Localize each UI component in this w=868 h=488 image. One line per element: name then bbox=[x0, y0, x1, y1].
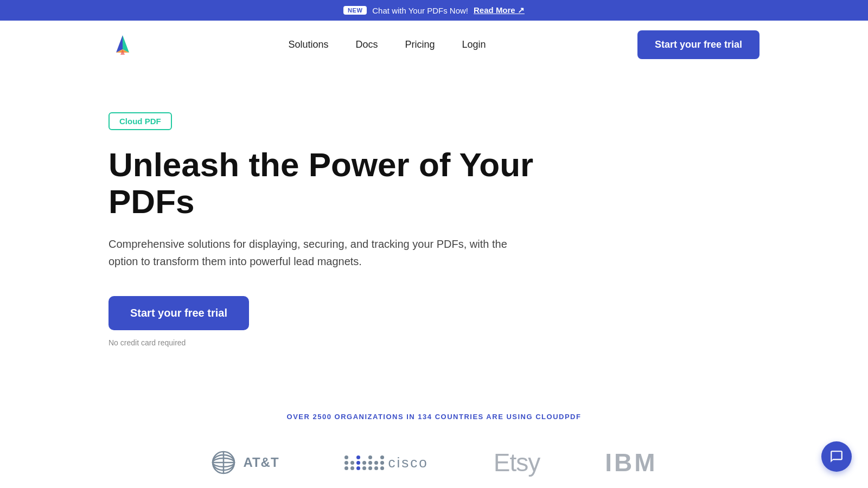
logos-row: AT&T bbox=[108, 448, 760, 477]
hero-description: Comprehensive solutions for displaying, … bbox=[108, 235, 532, 270]
social-proof-section: OVER 2500 ORGANIZATIONS IN 134 COUNTRIES… bbox=[0, 380, 868, 488]
announcement-text: Chat with Your PDFs Now! bbox=[372, 6, 468, 15]
ibm-logo: IBM bbox=[605, 448, 657, 477]
hero-cta-button[interactable]: Start your free trial bbox=[108, 296, 249, 330]
nav-docs[interactable]: Docs bbox=[355, 39, 378, 50]
nav-pricing[interactable]: Pricing bbox=[405, 39, 435, 50]
navbar: Solutions Docs Pricing Login Start your … bbox=[0, 21, 868, 69]
chat-icon bbox=[829, 450, 844, 464]
nav-links: Solutions Docs Pricing Login bbox=[288, 39, 486, 50]
logo[interactable] bbox=[108, 31, 137, 59]
announcement-bar: NEW Chat with Your PDFs Now! Read More ↗ bbox=[0, 0, 868, 21]
hero-title: Unleash the Power of Your PDFs bbox=[108, 146, 542, 220]
etsy-logo: Etsy bbox=[494, 448, 540, 477]
social-proof-title: OVER 2500 ORGANIZATIONS IN 134 COUNTRIES… bbox=[108, 413, 760, 421]
cisco-dots bbox=[344, 455, 384, 470]
new-badge: NEW bbox=[343, 6, 367, 15]
chat-widget[interactable] bbox=[821, 441, 852, 472]
nav-cta-button[interactable]: Start your free trial bbox=[637, 30, 760, 59]
etsy-text-label: Etsy bbox=[494, 448, 540, 477]
att-text-label: AT&T bbox=[243, 455, 279, 470]
ibm-text-label: IBM bbox=[605, 448, 657, 477]
nav-login[interactable]: Login bbox=[462, 39, 486, 50]
cisco-logo: cisco bbox=[344, 454, 429, 471]
logo-icon bbox=[108, 31, 137, 59]
att-logo: AT&T bbox=[210, 450, 279, 476]
read-more-link[interactable]: Read More ↗ bbox=[474, 5, 525, 15]
att-logo-icon bbox=[210, 450, 237, 476]
hero-section: Cloud PDF Unleash the Power of Your PDFs… bbox=[0, 69, 651, 380]
no-credit-card-text: No credit card required bbox=[108, 338, 186, 347]
nav-solutions[interactable]: Solutions bbox=[288, 39, 328, 50]
cloud-pdf-badge: Cloud PDF bbox=[108, 112, 172, 130]
cisco-text-label: cisco bbox=[388, 454, 429, 471]
